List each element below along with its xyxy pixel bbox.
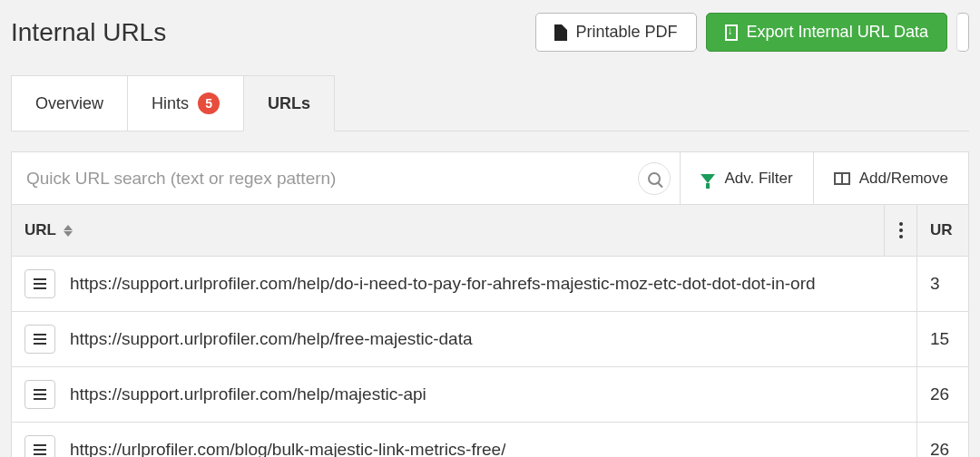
tab-hints[interactable]: Hints 5 [127, 75, 243, 131]
table-row: https://urlprofiler.com/blog/bulk-majest… [12, 423, 968, 457]
add-remove-columns-button[interactable]: Add/Remove [814, 152, 968, 204]
ur-cell: 26 [917, 423, 968, 457]
hamburger-icon [34, 444, 46, 455]
url-cell[interactable]: https://support.urlprofiler.com/help/fre… [70, 329, 473, 349]
export-data-label: Export Internal URL Data [747, 23, 928, 42]
ur-cell: 15 [917, 312, 968, 366]
search-input[interactable] [12, 152, 680, 204]
table-header: URL UR [12, 205, 968, 257]
search-wrap [12, 152, 681, 204]
column-header-url-label: URL [24, 221, 56, 239]
adv-filter-button[interactable]: Adv. Filter [681, 152, 813, 204]
url-cell[interactable]: https://support.urlprofiler.com/help/do-… [70, 274, 816, 294]
printable-pdf-button[interactable]: Printable PDF [535, 13, 697, 52]
header-actions: Printable PDF Export Internal URL Data [535, 13, 969, 52]
table-row: https://support.urlprofiler.com/help/fre… [12, 312, 968, 367]
ur-cell: 3 [917, 257, 968, 311]
url-cell[interactable]: https://support.urlprofiler.com/help/maj… [70, 384, 426, 404]
row-menu-button[interactable] [24, 380, 55, 409]
table-body: https://support.urlprofiler.com/help/do-… [12, 257, 968, 457]
row-menu-button[interactable] [24, 269, 55, 298]
tab-urls[interactable]: URLs [243, 75, 335, 131]
filter-icon [701, 174, 715, 183]
tab-hints-label: Hints [152, 94, 189, 113]
overflow-button-partial[interactable] [956, 13, 969, 52]
tabs: Overview Hints 5 URLs [11, 75, 969, 131]
tab-urls-label: URLs [268, 94, 310, 113]
export-file-icon [725, 24, 738, 41]
toolbar: Adv. Filter Add/Remove [11, 151, 969, 204]
page-title: Internal URLs [11, 18, 535, 47]
table-row: https://support.urlprofiler.com/help/maj… [12, 367, 968, 423]
hamburger-icon [34, 389, 46, 400]
add-remove-label: Add/Remove [859, 170, 948, 188]
hamburger-icon [34, 334, 46, 345]
url-table: URL UR https://support.urlprofiler.com/h… [11, 204, 969, 457]
hamburger-icon [34, 278, 46, 289]
export-data-button[interactable]: Export Internal URL Data [706, 13, 947, 52]
tab-overview[interactable]: Overview [11, 75, 127, 131]
adv-filter-label: Adv. Filter [724, 170, 792, 188]
row-menu-button[interactable] [24, 325, 55, 354]
printable-pdf-label: Printable PDF [576, 23, 678, 42]
pdf-file-icon [554, 24, 567, 41]
columns-icon [834, 172, 850, 185]
column-header-ur-label: UR [930, 221, 953, 239]
column-header-url[interactable]: URL [12, 205, 885, 256]
sort-icon [64, 225, 73, 237]
table-row: https://support.urlprofiler.com/help/do-… [12, 257, 968, 312]
vertical-dots-icon [899, 222, 903, 238]
hints-count-badge: 5 [198, 92, 220, 114]
column-options-button[interactable] [885, 205, 917, 256]
ur-cell: 26 [917, 367, 968, 422]
search-button[interactable] [638, 162, 671, 195]
row-menu-button[interactable] [24, 435, 55, 457]
url-cell[interactable]: https://urlprofiler.com/blog/bulk-majest… [70, 440, 505, 457]
tab-overview-label: Overview [35, 94, 103, 113]
search-icon [648, 172, 661, 185]
column-header-ur[interactable]: UR [917, 205, 968, 256]
